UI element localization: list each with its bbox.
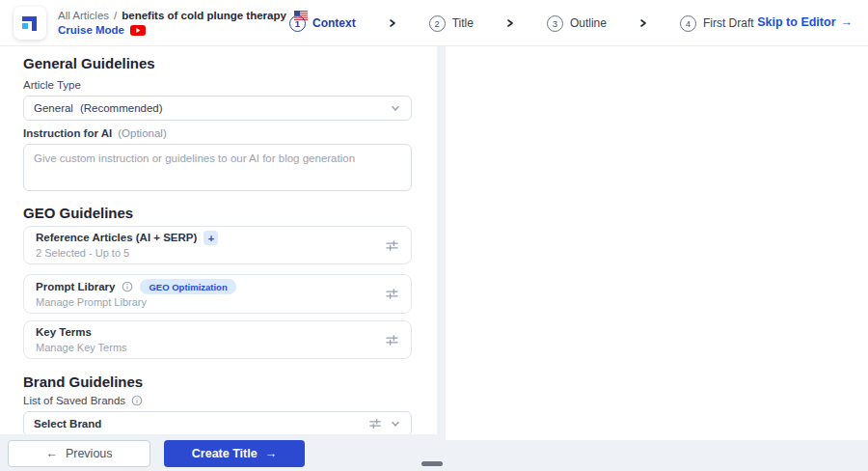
app-header: All Articles / benefits of cold plunge t… bbox=[0, 0, 868, 46]
select-brand-value: Select Brand bbox=[34, 417, 101, 431]
create-title-button[interactable]: Create Title → bbox=[164, 440, 305, 467]
reference-articles-title: Reference Articles (AI + SERP) bbox=[36, 231, 197, 245]
preview-panel bbox=[446, 46, 868, 440]
step-title-label: Title bbox=[452, 16, 474, 30]
arrow-right-icon: → bbox=[265, 447, 278, 460]
step-outline-label: Outline bbox=[570, 16, 607, 30]
optional-hint: (Optional) bbox=[118, 126, 167, 140]
previous-button-label: Previous bbox=[66, 447, 113, 460]
reference-articles-subtitle: 2 Selected - Up to 5 bbox=[36, 246, 218, 260]
article-type-value: General bbox=[34, 102, 73, 114]
info-icon bbox=[122, 281, 133, 292]
step-title-number: 2 bbox=[429, 15, 446, 32]
instruction-for-ai-label: Instruction for AI (Optional) bbox=[23, 126, 412, 140]
geo-guidelines-heading: GEO Guidelines bbox=[23, 205, 412, 222]
prompt-library-subtitle: Manage Prompt Library bbox=[36, 295, 236, 309]
chevron-down-icon bbox=[390, 418, 401, 429]
instruction-for-ai-textarea[interactable] bbox=[23, 144, 412, 191]
saved-brands-label: List of Saved Brands bbox=[23, 394, 412, 407]
cruise-mode-toggle[interactable]: Cruise Mode bbox=[58, 24, 308, 36]
key-terms-subtitle: Manage Key Terms bbox=[36, 341, 127, 354]
prompt-library-title: Prompt Library bbox=[36, 280, 115, 294]
key-terms-card[interactable]: Key Terms Manage Key Terms bbox=[23, 320, 412, 359]
add-reference-button[interactable]: + bbox=[203, 231, 218, 245]
step-outline[interactable]: 3 Outline bbox=[547, 15, 607, 32]
sliders-icon bbox=[368, 417, 382, 430]
brand-guidelines-heading: Brand Guidelines bbox=[23, 374, 412, 391]
reference-articles-card[interactable]: Reference Articles (AI + SERP) + 2 Selec… bbox=[23, 226, 412, 264]
wizard-stepper: 1 Context 2 Title 3 Outline 4 First Draf… bbox=[289, 0, 754, 46]
info-icon bbox=[131, 395, 143, 406]
app-logo[interactable] bbox=[14, 7, 46, 40]
logo-icon bbox=[19, 13, 41, 34]
general-guidelines-heading: General Guidelines bbox=[23, 55, 412, 72]
youtube-icon bbox=[130, 25, 146, 36]
step-title[interactable]: 2 Title bbox=[429, 15, 474, 32]
breadcrumb-separator: / bbox=[114, 10, 117, 21]
chevron-down-icon bbox=[390, 102, 401, 114]
step-context-number: 1 bbox=[289, 15, 306, 32]
key-terms-title: Key Terms bbox=[36, 325, 92, 340]
breadcrumb-all-articles[interactable]: All Articles bbox=[58, 10, 109, 21]
chevron-right-icon bbox=[388, 18, 397, 28]
cruise-mode-label: Cruise Mode bbox=[58, 24, 124, 36]
step-outline-number: 3 bbox=[547, 15, 563, 32]
skip-to-editor-label: Skip to Editor bbox=[757, 15, 835, 29]
skip-to-editor-link[interactable]: Skip to Editor → bbox=[757, 15, 853, 29]
context-form-panel: General Guidelines Article Type General … bbox=[0, 46, 437, 434]
chevron-right-icon bbox=[638, 18, 648, 28]
article-type-label: Article Type bbox=[23, 78, 412, 92]
select-brand-dropdown[interactable]: Select Brand bbox=[23, 411, 412, 434]
previous-button[interactable]: ← Previous bbox=[8, 440, 150, 467]
step-first-draft[interactable]: 4 First Draft bbox=[680, 15, 754, 32]
article-type-qualifier: (Recommended) bbox=[80, 102, 163, 114]
chevron-right-icon bbox=[505, 18, 515, 28]
horizontal-scrollbar-thumb[interactable] bbox=[421, 461, 443, 466]
geo-optimization-badge: GEO Optimization bbox=[140, 279, 235, 294]
step-first-draft-number: 4 bbox=[680, 15, 696, 32]
step-context[interactable]: 1 Context bbox=[289, 15, 356, 32]
arrow-left-icon: ← bbox=[45, 447, 58, 460]
article-type-select[interactable]: General (Recommended) bbox=[23, 96, 412, 121]
prompt-library-card[interactable]: Prompt Library GEO Optimization Manage P… bbox=[23, 274, 412, 314]
sliders-icon[interactable] bbox=[385, 287, 399, 301]
sliders-icon[interactable] bbox=[385, 238, 399, 253]
breadcrumb: All Articles / benefits of cold plunge t… bbox=[58, 10, 308, 36]
breadcrumb-article-title: benefits of cold plunge therapy bbox=[122, 10, 286, 21]
step-context-label: Context bbox=[312, 16, 356, 30]
create-title-button-label: Create Title bbox=[192, 447, 258, 460]
step-first-draft-label: First Draft bbox=[703, 16, 754, 30]
arrow-right-icon: → bbox=[841, 15, 854, 29]
sliders-icon[interactable] bbox=[385, 333, 399, 347]
